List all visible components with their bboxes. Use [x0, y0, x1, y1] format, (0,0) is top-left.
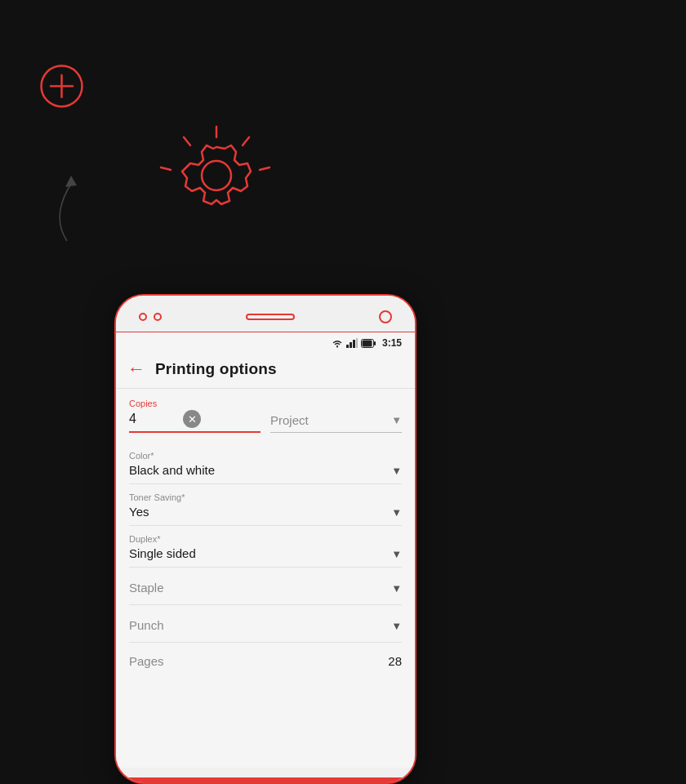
- phone-speaker: [246, 314, 295, 320]
- project-dropdown[interactable]: Project ▼: [270, 413, 402, 433]
- toner-value: Yes: [129, 505, 185, 519]
- svg-point-9: [202, 161, 231, 190]
- copies-field: Copies ✕: [129, 399, 261, 433]
- svg-rect-13: [353, 340, 355, 348]
- toner-label: Toner Saving*: [129, 492, 185, 502]
- punch-field[interactable]: Punch ▼: [129, 605, 402, 643]
- copies-input[interactable]: [129, 412, 178, 426]
- phone-camera: [379, 310, 392, 323]
- svg-line-8: [161, 167, 171, 170]
- power-button[interactable]: [415, 394, 416, 434]
- duplex-dropdown-arrow: ▼: [391, 548, 402, 560]
- color-dropdown-arrow: ▼: [391, 465, 402, 477]
- gear-icon: [143, 122, 290, 256]
- duplex-field[interactable]: Duplex* Single sided ▼: [129, 526, 402, 568]
- phone-dot-1: [139, 313, 147, 321]
- project-dropdown-arrow: ▼: [391, 414, 402, 426]
- battery-icon: [361, 339, 376, 348]
- punch-dropdown-arrow: ▼: [391, 620, 402, 632]
- copies-label: Copies: [129, 399, 261, 408]
- pages-label: Pages: [129, 654, 164, 668]
- status-time: 3:15: [382, 337, 402, 349]
- color-value: Black and white: [129, 463, 215, 477]
- page-title: Printing options: [155, 360, 277, 378]
- phone-screen: 3:15 ← Printing options Copies: [116, 332, 415, 768]
- svg-marker-3: [65, 176, 77, 187]
- svg-rect-16: [374, 341, 376, 345]
- staple-field[interactable]: Staple ▼: [129, 568, 402, 605]
- svg-rect-11: [346, 345, 349, 348]
- svg-rect-14: [356, 338, 358, 348]
- duplex-value: Single sided: [129, 546, 196, 560]
- duplex-label: Duplex*: [129, 534, 196, 544]
- app-header: ← Printing options: [116, 350, 415, 389]
- toner-field[interactable]: Toner Saving* Yes ▼: [129, 484, 402, 526]
- clear-icon: ✕: [188, 414, 197, 425]
- signal-icon: [346, 338, 358, 348]
- app-content: Copies ✕ Project ▼: [116, 389, 415, 673]
- volume-down-button[interactable]: [114, 410, 116, 433]
- phone-top-bar: [116, 296, 415, 332]
- staple-label: Staple: [129, 581, 164, 595]
- pages-row: Pages 28: [129, 643, 402, 673]
- svg-rect-12: [350, 342, 352, 348]
- phone-dot-2: [154, 313, 162, 321]
- volume-up-button[interactable]: [114, 377, 116, 400]
- plus-icon[interactable]: [39, 64, 84, 109]
- project-label: Project: [270, 413, 309, 427]
- punch-label: Punch: [129, 618, 164, 632]
- svg-rect-17: [362, 340, 372, 346]
- staple-dropdown-arrow: ▼: [391, 582, 402, 595]
- wifi-icon: [332, 338, 343, 348]
- arrow-decoration: [42, 167, 91, 252]
- pages-value: 28: [388, 654, 402, 668]
- color-label: Color*: [129, 451, 215, 461]
- svg-line-6: [260, 167, 270, 170]
- status-bar: 3:15: [116, 332, 415, 350]
- phone-bottom-decoration: [116, 777, 415, 782]
- color-field[interactable]: Color* Black and white ▼: [129, 443, 402, 484]
- toner-dropdown-arrow: ▼: [391, 506, 402, 519]
- phone-mockup: 3:15 ← Printing options Copies: [114, 294, 416, 784]
- clear-copies-button[interactable]: ✕: [183, 410, 201, 428]
- svg-point-10: [336, 345, 338, 347]
- svg-line-7: [184, 137, 190, 145]
- back-button[interactable]: ←: [127, 359, 145, 380]
- copies-project-row: Copies ✕ Project ▼: [129, 399, 402, 433]
- svg-line-5: [243, 137, 249, 145]
